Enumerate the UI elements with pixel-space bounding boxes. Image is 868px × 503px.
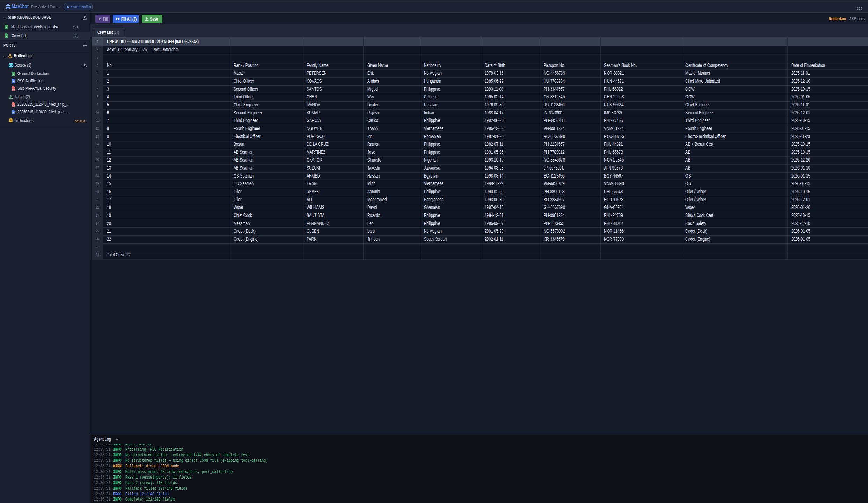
svg-text:PDF: PDF bbox=[12, 89, 15, 90]
svg-text:x: x bbox=[6, 26, 7, 29]
svg-text:PDF: PDF bbox=[12, 105, 15, 106]
svg-text:w: w bbox=[12, 80, 15, 83]
svg-text:x: x bbox=[13, 73, 14, 75]
svg-text:w: w bbox=[12, 111, 15, 114]
svg-text:x: x bbox=[6, 35, 7, 37]
